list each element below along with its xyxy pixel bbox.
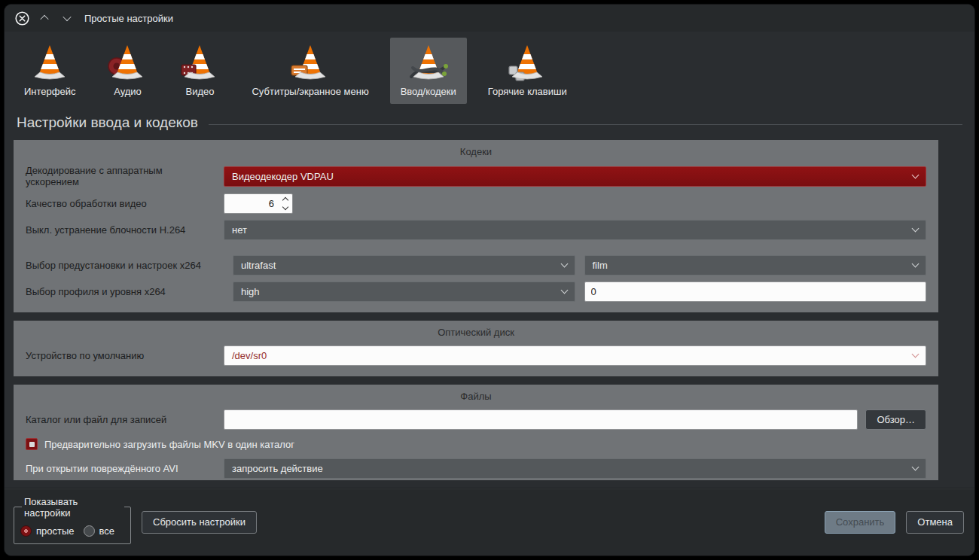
chevron-down-icon (912, 171, 920, 178)
files-section: Файлы Каталог или файл для записей Обзор… (14, 385, 938, 480)
files-section-title: Файлы (14, 388, 938, 406)
default-device-combo[interactable]: /dev/sr0 (224, 345, 926, 366)
default-device-value: /dev/sr0 (232, 350, 267, 361)
hw-decoding-select[interactable]: Видеодекодер VDPAU (224, 166, 926, 187)
deblock-row: Выкл. устранение блочности H.264 нет (14, 217, 938, 243)
settings-scroll-area: Кодеки Декодирование с аппаратным ускоре… (14, 140, 938, 480)
close-icon (15, 11, 29, 26)
hw-decoding-row: Декодирование с аппаратным ускорением Ви… (14, 162, 938, 190)
mkv-preload-row: Предварительно загрузить файлы MKV в оди… (14, 433, 938, 455)
quality-input[interactable] (224, 194, 279, 213)
damaged-avi-row: При открытии повреждённого AVI запросить… (14, 455, 938, 480)
x264-profile-select[interactable]: high (233, 282, 575, 302)
x264-preset-value: ultrafast (241, 260, 276, 271)
interface-icon (29, 42, 70, 83)
spin-up-icon (282, 197, 288, 203)
quality-spinner[interactable] (224, 193, 293, 214)
x264-profile-label: Выбор профиля и уровня x264 (26, 286, 224, 297)
tab-subtitles-osd[interactable]: Субтитры/экранное меню (241, 38, 379, 104)
browse-button[interactable]: Обзор… (865, 409, 926, 430)
titlebar: Простые настройки (5, 5, 974, 32)
optical-disc-section-title: Оптический диск (14, 324, 938, 342)
mkv-preload-checkbox[interactable] (26, 438, 38, 450)
checkbox-check-icon (29, 442, 35, 447)
quality-row: Качество обработки видео (14, 190, 938, 217)
damaged-avi-select[interactable]: запросить действие (224, 458, 926, 479)
preferences-window: Простые настройки Интерфейс (4, 4, 975, 556)
tab-video[interactable]: Видео (169, 38, 230, 104)
tab-label: Аудио (114, 86, 142, 97)
optical-disc-section: Оптический диск Устройство по умолчанию … (14, 321, 938, 376)
mkv-preload-label: Предварительно загрузить файлы MKV в оди… (44, 439, 926, 450)
record-dir-label: Каталог или файл для записей (26, 414, 224, 425)
chevron-up-icon (40, 15, 48, 23)
x264-profile-value: high (241, 286, 260, 297)
record-dir-row: Каталог или файл для записей Обзор… (14, 406, 938, 433)
category-toolbar: Интерфейс Аудио (5, 32, 974, 107)
x264-level-input[interactable] (584, 282, 927, 302)
page-heading: Настройки ввода и кодеков (5, 107, 974, 140)
radio-simple-label: простые (36, 525, 75, 537)
tab-input-codecs[interactable]: Ввод/кодеки (390, 38, 467, 104)
record-dir-input[interactable] (224, 409, 858, 430)
chevron-up-button[interactable] (36, 10, 53, 26)
radio-simple[interactable] (20, 525, 32, 537)
deblock-value: нет (232, 224, 247, 236)
tab-label: Видео (185, 86, 214, 97)
codecs-section: Кодеки Декодирование с аппаратным ускоре… (14, 140, 938, 312)
chevron-down-button[interactable] (59, 10, 75, 26)
chevron-down-icon (560, 260, 568, 268)
save-button[interactable]: Сохранить (825, 511, 896, 534)
tab-audio[interactable]: Аудио (96, 38, 158, 104)
hw-decoding-value: Видеодекодер VDPAU (232, 171, 334, 182)
page-title: Настройки ввода и кодеков (17, 114, 198, 131)
tab-label: Ввод/кодеки (401, 86, 456, 97)
x264-preset-row: Выбор предустановки и настроек x264 ultr… (14, 252, 938, 278)
tab-label: Субтитры/экранное меню (252, 86, 368, 97)
damaged-avi-value: запросить действие (232, 463, 323, 474)
chevron-down-icon (63, 13, 71, 21)
reset-settings-button[interactable]: Сбросить настройки (142, 511, 257, 534)
deblock-label: Выкл. устранение блочности H.264 (26, 224, 224, 236)
subtitles-icon (290, 42, 331, 83)
tab-hotkeys[interactable]: Горячие клавиши (477, 38, 578, 104)
heading-divider (209, 124, 962, 125)
tab-interface[interactable]: Интерфейс (14, 38, 86, 104)
codecs-section-title: Кодеки (14, 143, 938, 162)
x264-preset-select[interactable]: ultrafast (233, 255, 575, 275)
default-device-label: Устройство по умолчанию (26, 350, 224, 361)
hotkeys-icon (507, 42, 547, 83)
chevron-down-icon (560, 287, 568, 294)
chevron-down-icon (912, 464, 920, 471)
damaged-avi-label: При открытии повреждённого AVI (26, 463, 224, 474)
x264-tune-select[interactable]: film (584, 255, 927, 275)
input-codecs-icon (408, 42, 449, 83)
default-device-row: Устройство по умолчанию /dev/sr0 (14, 342, 938, 369)
radio-all[interactable] (84, 525, 95, 537)
window-title: Простые настройки (84, 13, 173, 24)
video-icon (179, 42, 220, 83)
close-button[interactable] (14, 10, 30, 26)
show-settings-title: Показывать настройки (22, 496, 124, 519)
cancel-button[interactable]: Отмена (906, 511, 964, 534)
tab-label: Интерфейс (24, 86, 75, 97)
spin-down-icon (282, 204, 288, 210)
spinner-buttons[interactable] (279, 194, 292, 213)
deblock-select[interactable]: нет (224, 220, 926, 240)
chevron-down-icon (912, 351, 920, 358)
quality-label: Качество обработки видео (26, 198, 224, 209)
footer-bar: Показывать настройки простые все Сбросит… (5, 488, 974, 555)
audio-icon (107, 42, 148, 83)
x264-tune-value: film (593, 260, 608, 271)
x264-preset-label: Выбор предустановки и настроек x264 (26, 260, 224, 271)
hw-decoding-label: Декодирование с аппаратным ускорением (26, 165, 224, 187)
chevron-down-icon (912, 260, 920, 268)
radio-all-label: все (99, 525, 115, 537)
chevron-down-icon (912, 225, 920, 233)
show-settings-group: Показывать настройки простые все (14, 496, 131, 544)
tab-label: Горячие клавиши (488, 86, 567, 97)
x264-profile-row: Выбор профиля и уровня x264 high (14, 278, 938, 305)
